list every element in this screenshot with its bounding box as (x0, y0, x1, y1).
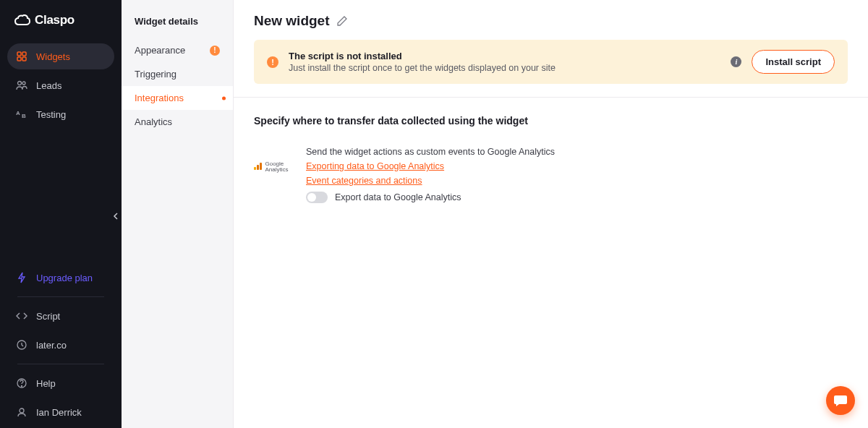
section-heading: Specify where to transfer data collected… (254, 115, 848, 127)
sub-item-triggering[interactable]: Triggering (122, 62, 233, 86)
sub-item-label: Analytics (135, 116, 172, 127)
divider (17, 364, 104, 364)
help-icon (16, 377, 27, 389)
nav-label: Script (36, 311, 60, 322)
collapse-sidebar-button[interactable] (109, 210, 122, 223)
alert-text: The script is not installed Just install… (289, 51, 720, 73)
logo-text-2: Analytics (265, 167, 288, 173)
sub-item-label: Integrations (135, 93, 184, 103)
info-icon[interactable]: i (731, 56, 741, 67)
nav-user[interactable]: Ian Derrick (7, 399, 114, 425)
nav-label: Ian Derrick (36, 407, 82, 418)
link-event-categories[interactable]: Event categories and actions (306, 176, 422, 186)
nav-label: later.co (36, 340, 67, 351)
alert-icon: ! (267, 56, 278, 68)
integration-google-analytics: Google Analytics Send the widget actions… (254, 147, 848, 207)
code-icon (16, 310, 27, 322)
cloud-icon (14, 14, 30, 26)
nav-label: Leads (36, 80, 61, 91)
link-exporting-data[interactable]: Exporting data to Google Analytics (306, 161, 444, 171)
nav-label: Testing (36, 109, 66, 120)
nav-script[interactable]: Script (7, 303, 114, 329)
user-icon (16, 406, 27, 418)
svg-point-5 (22, 82, 25, 85)
alert-title: The script is not installed (289, 51, 720, 61)
sub-sidebar-title: Widget details (122, 16, 233, 38)
brand-logo[interactable]: Claspo (0, 0, 122, 43)
install-script-button[interactable]: Install script (752, 50, 835, 74)
nav-upgrade[interactable]: Upgrade plan (7, 265, 114, 291)
edit-title-icon[interactable] (337, 16, 348, 27)
nav-group-top: Widgets Leads AB Testing (0, 43, 122, 130)
script-alert: ! The script is not installed Just insta… (254, 40, 848, 84)
svg-text:A: A (16, 110, 20, 116)
warning-badge-icon: ! (210, 46, 220, 56)
people-icon (16, 80, 27, 91)
main-content: New widget ! The script is not installed… (234, 0, 868, 428)
toggle-label: Export data to Google Analytics (335, 192, 461, 202)
integration-description: Send the widget actions as custom events… (306, 147, 848, 157)
brand-name: Claspo (35, 13, 75, 27)
svg-text:B: B (22, 113, 26, 119)
page-header: New widget (234, 0, 868, 40)
integration-body: Send the widget actions as custom events… (306, 147, 848, 207)
chat-icon (833, 394, 848, 407)
export-toggle[interactable] (306, 192, 328, 203)
ab-test-icon: AB (16, 108, 27, 120)
divider (17, 296, 104, 297)
svg-point-10 (22, 386, 22, 387)
svg-rect-1 (22, 52, 26, 56)
nav-leads[interactable]: Leads (7, 72, 114, 98)
secondary-sidebar: Widget details Appearance ! Triggering I… (122, 0, 234, 428)
integrations-section: Specify where to transfer data collected… (234, 98, 868, 225)
grid-icon (16, 51, 27, 62)
nav-label: Upgrade plan (36, 273, 93, 283)
svg-rect-0 (17, 52, 21, 56)
nav-group-bottom: Upgrade plan Script later.co Help (0, 265, 122, 428)
page-title: New widget (254, 13, 330, 29)
nav-widgets[interactable]: Widgets (7, 43, 114, 69)
svg-rect-3 (22, 57, 26, 61)
nav-domain[interactable]: later.co (7, 332, 114, 358)
sub-item-label: Triggering (135, 69, 176, 80)
clock-icon (16, 339, 27, 351)
svg-point-11 (20, 408, 24, 413)
svg-rect-2 (17, 57, 21, 61)
sub-item-appearance[interactable]: Appearance ! (122, 38, 233, 62)
ga-bars-icon (254, 163, 262, 170)
svg-point-4 (18, 82, 22, 85)
sub-item-analytics[interactable]: Analytics (122, 110, 233, 134)
nav-label: Help (36, 378, 56, 389)
nav-help[interactable]: Help (7, 370, 114, 396)
nav-testing[interactable]: AB Testing (7, 101, 114, 127)
google-analytics-logo: Google Analytics (254, 147, 289, 173)
lightning-icon (16, 272, 27, 283)
primary-sidebar: Claspo Widgets Leads AB Testing (0, 0, 122, 428)
chat-widget-button[interactable] (826, 386, 855, 415)
alert-description: Just install the script once to get the … (289, 63, 720, 73)
nav-label: Widgets (36, 51, 70, 62)
sub-item-integrations[interactable]: Integrations (122, 86, 233, 110)
sub-item-label: Appearance (135, 45, 185, 56)
